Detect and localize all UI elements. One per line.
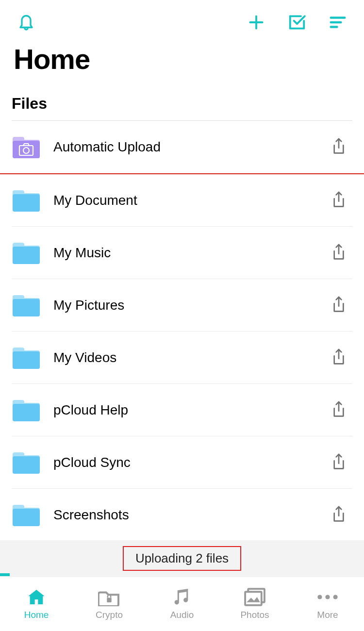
- page-title: Home: [0, 33, 364, 95]
- svg-rect-7: [13, 404, 40, 421]
- home-icon: [25, 587, 48, 607]
- tab-bar: Home Crypto Audio Photos: [0, 576, 364, 631]
- auto-upload-folder-icon: [12, 135, 41, 159]
- share-icon: [331, 348, 347, 366]
- file-label: pCloud Help: [53, 402, 331, 418]
- notifications-button[interactable]: [16, 12, 37, 33]
- svg-rect-12: [245, 592, 262, 605]
- topbar: [0, 0, 364, 33]
- audio-icon: [171, 587, 193, 607]
- svg-point-15: [333, 595, 338, 599]
- file-row[interactable]: My Videos: [12, 332, 352, 384]
- sort-button[interactable]: [327, 12, 348, 33]
- share-button[interactable]: [331, 400, 348, 420]
- tab-audio[interactable]: Audio: [146, 577, 218, 631]
- file-label: My Document: [53, 193, 331, 208]
- share-icon: [331, 505, 347, 524]
- file-row[interactable]: My Music: [12, 227, 352, 279]
- add-button[interactable]: [246, 12, 267, 33]
- sort-icon: [329, 15, 347, 30]
- crypto-icon: [98, 587, 120, 607]
- file-row[interactable]: pCloud Help: [12, 384, 352, 436]
- share-button[interactable]: [331, 296, 348, 315]
- topbar-left: [16, 12, 37, 33]
- section-title: Files: [0, 95, 364, 120]
- file-label: My Videos: [53, 350, 331, 365]
- share-button[interactable]: [331, 137, 348, 157]
- share-button[interactable]: [331, 453, 348, 472]
- share-icon: [331, 137, 347, 156]
- tab-crypto[interactable]: Crypto: [73, 577, 146, 631]
- bell-icon: [17, 13, 35, 32]
- svg-rect-5: [13, 299, 40, 316]
- file-row-automatic-upload[interactable]: Automatic Upload: [12, 121, 352, 173]
- file-row[interactable]: pCloud Sync: [12, 436, 352, 489]
- folder-icon: [12, 346, 41, 370]
- svg-rect-8: [13, 456, 40, 474]
- svg-rect-10: [107, 598, 112, 603]
- file-label: Automatic Upload: [53, 139, 331, 155]
- folder-icon: [12, 188, 41, 213]
- folder-icon: [12, 241, 41, 265]
- plus-icon: [247, 13, 265, 32]
- file-label: My Pictures: [53, 298, 331, 313]
- svg-point-13: [317, 595, 322, 599]
- tab-photos[interactable]: Photos: [218, 577, 291, 631]
- tab-label: Home: [24, 610, 49, 620]
- photos-icon: [244, 587, 266, 607]
- share-button[interactable]: [331, 191, 348, 210]
- tab-home[interactable]: Home: [0, 577, 73, 631]
- svg-rect-3: [13, 194, 40, 212]
- select-checkbox-icon: [288, 13, 306, 32]
- share-button[interactable]: [331, 505, 348, 525]
- file-row[interactable]: My Pictures: [12, 279, 352, 332]
- file-label: My Music: [53, 245, 331, 261]
- tab-more[interactable]: More: [291, 577, 364, 631]
- folder-icon: [12, 398, 41, 422]
- share-icon: [331, 191, 347, 209]
- share-icon: [331, 400, 347, 419]
- file-row[interactable]: My Document: [12, 174, 352, 227]
- svg-rect-4: [13, 247, 40, 264]
- tab-label: Crypto: [96, 610, 123, 620]
- more-icon: [316, 587, 339, 607]
- topbar-right: [246, 12, 348, 33]
- upload-status-text: Uploading 2 files: [123, 546, 241, 571]
- svg-rect-9: [13, 509, 40, 526]
- folder-icon: [12, 450, 41, 475]
- tab-label: Audio: [170, 610, 194, 620]
- share-button[interactable]: [331, 348, 348, 367]
- upload-status-banner[interactable]: Uploading 2 files: [0, 540, 364, 576]
- folder-icon: [12, 293, 41, 317]
- file-label: pCloud Sync: [53, 455, 331, 470]
- tab-label: Photos: [240, 610, 269, 620]
- file-row[interactable]: Screenshots: [12, 489, 352, 541]
- file-label: Screenshots: [53, 507, 331, 523]
- share-icon: [331, 453, 347, 471]
- share-icon: [331, 243, 347, 262]
- tab-label: More: [317, 610, 338, 620]
- share-button[interactable]: [331, 243, 348, 263]
- file-list: Automatic Upload My Document: [12, 120, 352, 541]
- svg-rect-6: [13, 351, 40, 369]
- share-icon: [331, 296, 347, 314]
- folder-icon: [12, 503, 41, 527]
- svg-point-14: [325, 595, 330, 599]
- select-button[interactable]: [286, 12, 308, 33]
